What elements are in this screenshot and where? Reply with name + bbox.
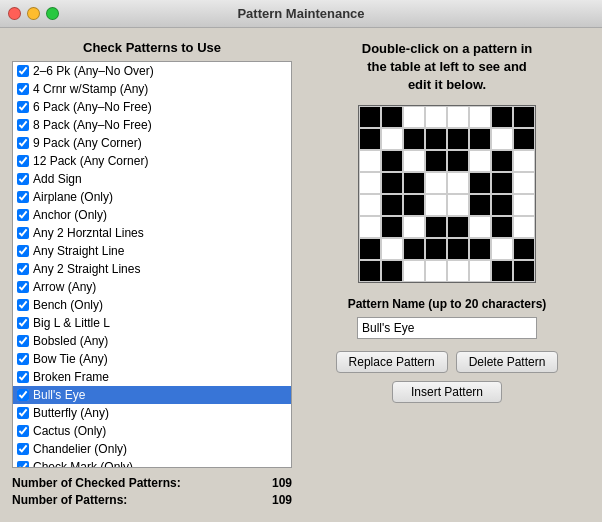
list-item[interactable]: Butterfly (Any) (13, 404, 291, 422)
pattern-checkbox[interactable] (17, 461, 29, 467)
list-item[interactable]: Bow Tie (Any) (13, 350, 291, 368)
list-item[interactable]: 6 Pack (Any–No Free) (13, 98, 291, 116)
pattern-cell[interactable] (359, 194, 381, 216)
pattern-cell[interactable] (425, 216, 447, 238)
pattern-cell[interactable] (359, 216, 381, 238)
pattern-cell[interactable] (425, 260, 447, 282)
pattern-cell[interactable] (359, 260, 381, 282)
pattern-cell[interactable] (381, 106, 403, 128)
pattern-checkbox[interactable] (17, 317, 29, 329)
pattern-cell[interactable] (447, 216, 469, 238)
pattern-checkbox[interactable] (17, 119, 29, 131)
pattern-cell[interactable] (359, 238, 381, 260)
pattern-cell[interactable] (425, 194, 447, 216)
pattern-cell[interactable] (513, 260, 535, 282)
insert-pattern-button[interactable]: Insert Pattern (392, 381, 502, 403)
pattern-cell[interactable] (403, 194, 425, 216)
pattern-cell[interactable] (425, 106, 447, 128)
list-item[interactable]: Big L & Little L (13, 314, 291, 332)
list-item[interactable]: 12 Pack (Any Corner) (13, 152, 291, 170)
pattern-cell[interactable] (359, 172, 381, 194)
pattern-cell[interactable] (469, 260, 491, 282)
pattern-cell[interactable] (381, 194, 403, 216)
maximize-button[interactable] (46, 7, 59, 20)
pattern-cell[interactable] (469, 238, 491, 260)
pattern-checkbox[interactable] (17, 65, 29, 77)
list-item[interactable]: 9 Pack (Any Corner) (13, 134, 291, 152)
list-item[interactable]: Broken Frame (13, 368, 291, 386)
pattern-cell[interactable] (359, 106, 381, 128)
pattern-checkbox[interactable] (17, 173, 29, 185)
list-item[interactable]: Any 2 Horzntal Lines (13, 224, 291, 242)
pattern-checkbox[interactable] (17, 245, 29, 257)
pattern-cell[interactable] (469, 194, 491, 216)
pattern-checkbox[interactable] (17, 335, 29, 347)
pattern-checkbox[interactable] (17, 371, 29, 383)
pattern-cell[interactable] (491, 172, 513, 194)
list-item[interactable]: Airplane (Only) (13, 188, 291, 206)
pattern-cell[interactable] (403, 260, 425, 282)
pattern-cell[interactable] (425, 172, 447, 194)
pattern-cell[interactable] (491, 106, 513, 128)
list-item[interactable]: 4 Crnr w/Stamp (Any) (13, 80, 291, 98)
pattern-cell[interactable] (403, 150, 425, 172)
delete-pattern-button[interactable]: Delete Pattern (456, 351, 559, 373)
pattern-cell[interactable] (513, 150, 535, 172)
pattern-checkbox[interactable] (17, 155, 29, 167)
list-item[interactable]: Bench (Only) (13, 296, 291, 314)
pattern-cell[interactable] (381, 260, 403, 282)
list-item[interactable]: Bull's Eye (13, 386, 291, 404)
pattern-cell[interactable] (381, 238, 403, 260)
pattern-checkbox[interactable] (17, 263, 29, 275)
list-item[interactable]: Anchor (Only) (13, 206, 291, 224)
list-item[interactable]: Check Mark (Only) (13, 458, 291, 467)
pattern-cell[interactable] (469, 216, 491, 238)
pattern-cell[interactable] (469, 128, 491, 150)
list-item[interactable]: Cactus (Only) (13, 422, 291, 440)
pattern-cell[interactable] (513, 238, 535, 260)
pattern-checkbox[interactable] (17, 407, 29, 419)
pattern-cell[interactable] (491, 194, 513, 216)
pattern-cell[interactable] (513, 216, 535, 238)
list-item[interactable]: Any 2 Straight Lines (13, 260, 291, 278)
pattern-checkbox[interactable] (17, 83, 29, 95)
list-item[interactable]: Arrow (Any) (13, 278, 291, 296)
pattern-cell[interactable] (381, 216, 403, 238)
pattern-checkbox[interactable] (17, 425, 29, 437)
pattern-cell[interactable] (381, 150, 403, 172)
pattern-cell[interactable] (425, 150, 447, 172)
pattern-cell[interactable] (447, 238, 469, 260)
replace-pattern-button[interactable]: Replace Pattern (336, 351, 448, 373)
list-item[interactable]: Bobsled (Any) (13, 332, 291, 350)
pattern-cell[interactable] (403, 128, 425, 150)
pattern-checkbox[interactable] (17, 227, 29, 239)
pattern-cell[interactable] (403, 216, 425, 238)
pattern-cell[interactable] (447, 150, 469, 172)
pattern-cell[interactable] (491, 260, 513, 282)
pattern-cell[interactable] (447, 128, 469, 150)
pattern-cell[interactable] (403, 238, 425, 260)
pattern-cell[interactable] (359, 150, 381, 172)
pattern-checkbox[interactable] (17, 299, 29, 311)
list-item[interactable]: 8 Pack (Any–No Free) (13, 116, 291, 134)
pattern-cell[interactable] (469, 172, 491, 194)
pattern-cell[interactable] (491, 150, 513, 172)
pattern-checkbox[interactable] (17, 137, 29, 149)
window-controls[interactable] (8, 7, 59, 20)
pattern-name-input[interactable] (357, 317, 537, 339)
pattern-checkbox[interactable] (17, 389, 29, 401)
pattern-cell[interactable] (403, 172, 425, 194)
pattern-cell[interactable] (469, 106, 491, 128)
pattern-cell[interactable] (469, 150, 491, 172)
pattern-cell[interactable] (447, 172, 469, 194)
pattern-checkbox[interactable] (17, 443, 29, 455)
pattern-cell[interactable] (447, 106, 469, 128)
pattern-cell[interactable] (513, 128, 535, 150)
pattern-checkbox[interactable] (17, 191, 29, 203)
pattern-grid[interactable] (358, 105, 536, 283)
pattern-cell[interactable] (447, 260, 469, 282)
pattern-checkbox[interactable] (17, 209, 29, 221)
pattern-cell[interactable] (403, 106, 425, 128)
pattern-cell[interactable] (513, 106, 535, 128)
minimize-button[interactable] (27, 7, 40, 20)
